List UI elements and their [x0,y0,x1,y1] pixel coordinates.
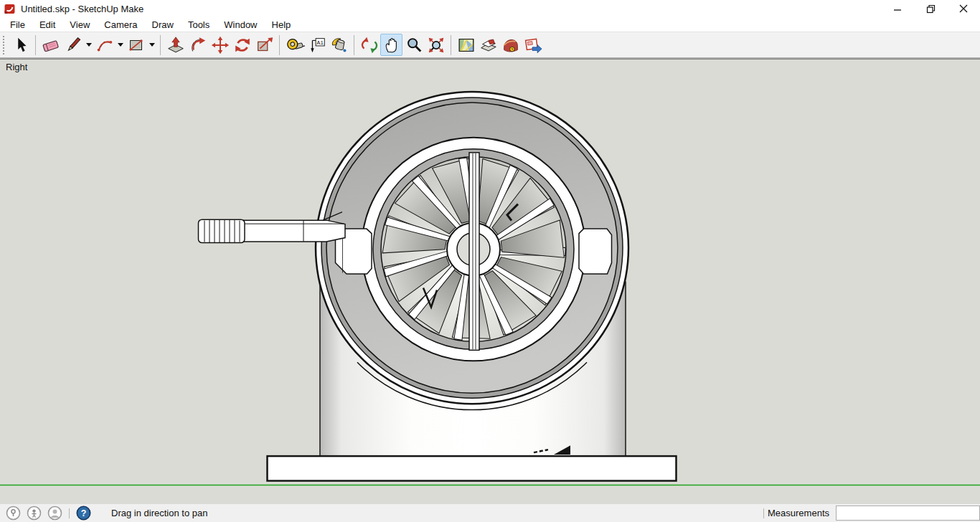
push-pull-icon [166,35,186,55]
scale-icon [255,35,275,55]
measurements-input[interactable] [836,506,980,521]
rotate-tool-button[interactable] [231,34,253,56]
rotate-icon [232,35,253,55]
minimize-icon [893,4,902,13]
drawing-viewport[interactable]: Right [0,59,980,503]
status-hint: Drag in direction to pan [111,508,207,518]
text-tool-button[interactable]: A1 [306,34,328,56]
add-location-map-icon [456,35,476,55]
paint-bucket-icon [329,35,349,55]
arc-tool-button[interactable] [93,34,116,56]
tape-measure-icon [285,35,305,55]
model-right-tab[interactable] [579,229,612,274]
pencil-icon [63,35,83,55]
text-icon: A1 [307,35,327,55]
tape-measure-tool-button[interactable] [283,34,306,56]
menu-draw[interactable]: Draw [145,18,181,32]
eraser-icon [41,35,61,55]
model-guard-bar[interactable] [469,153,479,351]
sign-in-icon[interactable] [47,506,62,521]
menu-help[interactable]: Help [265,18,298,32]
zoom-tool-button[interactable] [402,34,425,56]
model-canvas[interactable] [0,60,980,503]
line-tool-button[interactable] [62,34,84,56]
view-name-label: Right [6,62,27,72]
preview-in-google-earth-button[interactable] [522,34,544,56]
rectangle-tool-dropdown[interactable] [147,34,156,56]
orbit-tool-button[interactable] [358,34,380,56]
credit-icon[interactable] [27,506,42,521]
chevron-down-icon [149,43,155,47]
menu-view[interactable]: View [62,18,97,32]
scale-tool-button[interactable] [253,34,275,56]
eraser-tool-button[interactable] [39,34,62,56]
follow-me-tool-button[interactable] [187,34,209,56]
help-icon[interactable]: ? [76,506,91,521]
zoom-icon [404,35,424,55]
title-bar: Untitled.skp - SketchUp Make [0,0,980,17]
add-location-button[interactable] [455,34,477,56]
svg-text:A1: A1 [316,39,324,45]
select-tool-button[interactable] [9,34,32,56]
menu-bar: File Edit View Camera Draw Tools Window … [0,17,980,32]
pan-hand-icon [382,35,402,55]
pan-tool-button[interactable] [380,34,402,56]
toggle-terrain-icon [479,35,499,55]
menu-file[interactable]: File [3,18,32,32]
rectangle-icon [126,35,146,55]
restore-button[interactable] [914,0,947,17]
close-button[interactable] [947,0,980,17]
photo-textures-icon [501,35,521,55]
measurements-label: Measurements [768,508,829,518]
arc-tool-dropdown[interactable] [116,34,125,56]
model-base[interactable] [268,456,677,480]
menu-tools[interactable]: Tools [181,18,217,32]
menu-edit[interactable]: Edit [32,18,62,32]
preview-earth-icon [523,35,543,55]
menu-camera[interactable]: Camera [97,18,144,32]
rectangle-tool-button[interactable] [125,34,147,56]
restore-icon [926,4,936,14]
chevron-down-icon [86,43,92,47]
paint-bucket-tool-button[interactable] [328,34,350,56]
photo-textures-button[interactable] [499,34,522,56]
select-arrow-icon [11,35,31,55]
status-bar: ? Drag in direction to pan Measurements [0,503,980,522]
toolbar-grip[interactable] [3,36,7,54]
close-icon [959,4,968,13]
chevron-down-icon [118,43,123,47]
window-title: Untitled.skp - SketchUp Make [21,4,143,14]
toolbar: A1 [0,32,980,59]
sketchup-logo-icon [4,3,16,15]
sketchup-window: Untitled.skp - SketchUp Make File Edit V… [0,0,980,522]
toggle-terrain-button[interactable] [477,34,499,56]
follow-me-icon [188,35,208,55]
zoom-extents-tool-button[interactable] [425,34,447,56]
move-icon [210,35,230,55]
menu-window[interactable]: Window [217,18,264,32]
push-pull-tool-button[interactable] [164,34,187,56]
arc-icon [95,35,115,55]
move-tool-button[interactable] [209,34,231,56]
geolocation-icon[interactable] [6,506,21,521]
zoom-extents-icon [426,35,446,55]
orbit-icon [359,35,380,55]
line-tool-dropdown[interactable] [84,34,93,56]
minimize-button[interactable] [881,0,914,17]
svg-text:?: ? [81,508,87,518]
